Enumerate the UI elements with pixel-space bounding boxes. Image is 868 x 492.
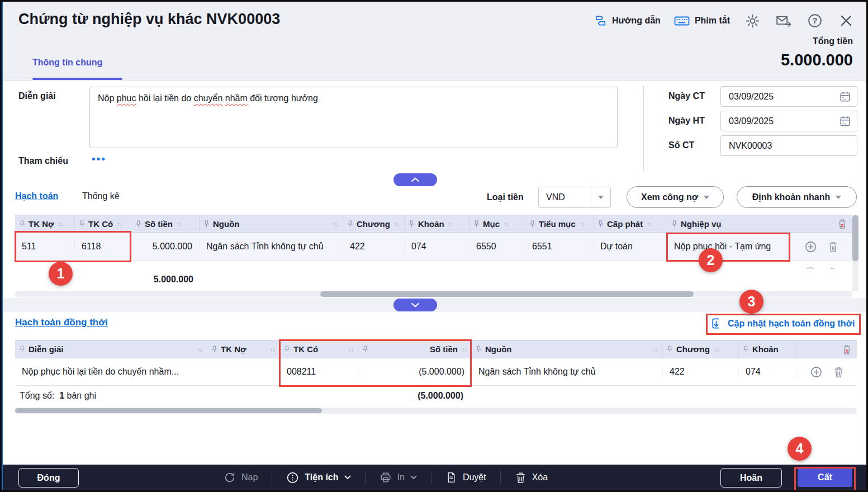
pin-icon[interactable] — [79, 220, 84, 228]
guide-button[interactable]: Hướng dẫn — [594, 15, 661, 27]
calendar-icon[interactable] — [839, 91, 851, 103]
quick-posting-button[interactable]: Định khoản nhanh — [737, 186, 857, 208]
column-header: Chương↑↓ — [662, 340, 738, 358]
view-debt-button[interactable]: Xem công nợ — [627, 186, 724, 208]
pin-icon[interactable] — [363, 346, 368, 353]
chevron-down-icon — [344, 475, 351, 480]
tab-posting[interactable]: Hạch toán — [15, 191, 58, 201]
pin-icon[interactable] — [672, 220, 677, 228]
print-button[interactable]: In — [366, 471, 431, 484]
postpone-button[interactable]: Hoãn — [720, 468, 782, 488]
sort-icon[interactable]: ↑↓ — [462, 346, 467, 353]
pin-icon[interactable] — [409, 220, 414, 228]
doc-no-input[interactable]: NVK00003 — [720, 135, 857, 156]
sort-icon[interactable]: ↑↓ — [653, 346, 658, 353]
pin-icon[interactable] — [204, 220, 209, 228]
tab-general-info[interactable]: Thông tin chung — [32, 58, 102, 68]
currency-select[interactable]: VND — [538, 187, 611, 208]
annotation-step-2: 2 — [699, 248, 723, 272]
form-divider — [643, 86, 644, 171]
column-header: Nguồn↑↓ — [199, 215, 343, 232]
pin-icon[interactable] — [598, 220, 603, 228]
sort-icon[interactable]: ↑↓ — [348, 346, 353, 353]
sort-icon[interactable]: ↑↓ — [117, 220, 122, 227]
chevron-up-icon — [411, 177, 420, 182]
reload-button[interactable]: Nạp — [210, 471, 272, 484]
pin-icon[interactable] — [474, 220, 479, 228]
column-header: TK Nợ↑↓ — [15, 215, 74, 232]
pin-icon[interactable] — [20, 346, 25, 353]
sort-icon[interactable]: ↑↓ — [448, 220, 453, 227]
delete-all-icon[interactable] — [841, 343, 852, 356]
column-header: TK Có↑↓ — [74, 215, 131, 232]
pin-icon[interactable] — [667, 346, 672, 353]
approve-button[interactable]: Duyệt — [431, 471, 500, 484]
pin-icon[interactable] — [20, 220, 25, 228]
posting-hscrollbar[interactable] — [15, 291, 852, 297]
add-row-icon[interactable] — [810, 366, 823, 379]
simultaneous-table: Diễn giải↑↓ TK Nợ↑↓ TK Có↑↓ Số tiền↑↓ Ng… — [15, 340, 857, 386]
close-button[interactable] — [837, 12, 855, 30]
sort-icon[interactable]: ↑↓ — [177, 220, 182, 227]
close-window-button[interactable]: Đóng — [18, 468, 79, 488]
sort-icon[interactable]: ↑↓ — [394, 220, 399, 227]
delete-row-icon[interactable] — [833, 366, 845, 379]
add-row-icon[interactable] — [804, 240, 817, 253]
sort-icon[interactable]: ↑↓ — [714, 346, 719, 353]
svg-text:?: ? — [813, 16, 818, 25]
sort-icon[interactable]: ↑↓ — [504, 220, 509, 227]
posting-table-row[interactable]: 511 6118 5.000.000 Ngân sách Tỉnh không … — [15, 233, 852, 261]
collapse-header-button[interactable] — [393, 173, 437, 186]
simultaneous-section-link[interactable]: Hạch toán đồng thời — [15, 317, 108, 328]
pin-icon[interactable] — [212, 346, 217, 353]
simultaneous-hscrollbar[interactable] — [15, 408, 857, 414]
posting-hscrollbar-thumb[interactable] — [320, 291, 694, 297]
sort-icon[interactable]: ↑↓ — [270, 346, 275, 353]
sort-icon[interactable]: ↑↓ — [647, 220, 652, 227]
pin-icon[interactable] — [530, 220, 535, 228]
sort-icon[interactable]: ↑↓ — [333, 220, 338, 227]
utilities-icon — [286, 471, 299, 484]
pin-icon[interactable] — [136, 220, 141, 228]
help-button[interactable]: ? — [806, 12, 824, 30]
description-textarea[interactable]: Nộp phục hồi lại tiền do chuyển nhầm đối… — [89, 87, 618, 148]
delete-all-icon[interactable] — [837, 217, 848, 230]
reference-label: Tham chiếu — [18, 156, 68, 166]
date-ct-input[interactable]: 03/09/2025 — [720, 86, 857, 107]
sort-icon[interactable]: ↑↓ — [197, 346, 202, 353]
trash-icon — [515, 471, 527, 484]
column-header: TK Có↑↓ — [279, 340, 358, 358]
annotation-step-3: 3 — [739, 290, 763, 314]
reference-more-button[interactable]: ••• — [92, 153, 106, 165]
keyboard-icon — [674, 15, 690, 27]
posting-table-row-partial[interactable] — [790, 261, 852, 269]
simultaneous-table-footer: Tổng số: 1 bản ghi (5.000.000) — [15, 386, 857, 406]
simultaneous-table-row[interactable]: Nộp phục hồi lại tiền do chuyển nhầm... … — [15, 358, 857, 386]
pin-icon[interactable] — [284, 346, 290, 353]
utilities-button[interactable]: Tiện ích — [272, 471, 364, 484]
shortcut-button[interactable]: Phím tắt — [674, 15, 730, 27]
pin-icon[interactable] — [476, 346, 481, 353]
simultaneous-hscrollbar-thumb[interactable] — [15, 408, 322, 413]
sort-icon[interactable]: ↑↓ — [580, 220, 585, 227]
sort-icon[interactable]: ↑↓ — [58, 220, 63, 227]
tab-statistics[interactable]: Thống kê — [82, 191, 120, 201]
pin-icon[interactable] — [348, 220, 353, 228]
pin-icon[interactable] — [743, 346, 748, 353]
update-simultaneous-link[interactable]: Cập nhật hạch toán đồng thời — [710, 317, 855, 330]
posting-vscrollbar[interactable] — [852, 215, 858, 291]
delete-button[interactable]: Xóa — [501, 471, 562, 484]
mail-send-icon — [775, 13, 792, 29]
save-button[interactable]: Cất — [798, 467, 852, 487]
total-amount-value: 5.000.000 — [781, 51, 853, 69]
calendar-icon[interactable] — [839, 115, 851, 127]
posting-vscrollbar-thumb[interactable] — [852, 215, 858, 261]
date-ht-input[interactable]: 03/09/2025 — [720, 111, 857, 131]
record-count: Tổng số: 1 bản ghi — [15, 391, 96, 401]
simultaneous-table-header: Diễn giải↑↓ TK Nợ↑↓ TK Có↑↓ Số tiền↑↓ Ng… — [15, 340, 857, 358]
delete-row-icon[interactable] — [827, 240, 839, 253]
collapse-posting-button[interactable] — [393, 299, 437, 311]
send-feedback-button[interactable] — [775, 12, 793, 30]
posting-sum-amount: 5.000.000 — [131, 275, 193, 285]
settings-button[interactable] — [743, 12, 761, 30]
